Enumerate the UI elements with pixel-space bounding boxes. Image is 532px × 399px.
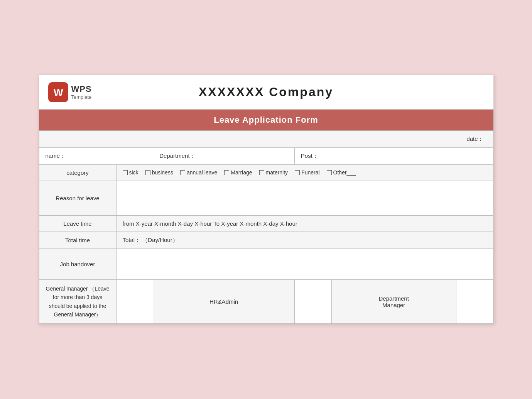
logo-text-block: WPS Template: [71, 84, 92, 100]
total-time-label-cell: Total time: [39, 232, 116, 249]
company-title: XXXXXXX Company: [125, 85, 407, 99]
sick-checkbox[interactable]: [123, 170, 128, 175]
leave-time-content: from X-year X-month X-day X-hour To X-ye…: [123, 220, 297, 227]
sick-label: sick: [129, 169, 138, 176]
other-label: Other___: [333, 169, 356, 176]
hr-admin-label: HR&Admin: [209, 298, 238, 305]
date-cell: date：: [39, 130, 493, 147]
hr-content-cell: [294, 279, 331, 324]
form-table: date： name： Department： Post： category: [39, 130, 493, 324]
total-time-content-cell: Total： （Day/Hour）: [116, 232, 493, 249]
marriage-checkbox[interactable]: [224, 170, 229, 175]
category-label-text: category: [66, 169, 89, 176]
dept-manager-label: DepartmentManager: [378, 295, 409, 308]
reason-content-cell[interactable]: [116, 181, 493, 215]
category-label-cell: category: [39, 164, 116, 181]
svg-text:W: W: [54, 87, 63, 98]
gm-approval-cell: [116, 279, 153, 324]
maternity-checkbox[interactable]: [259, 170, 264, 175]
total-time-content: Total： （Day/Hour）: [123, 237, 178, 243]
date-row: date：: [39, 130, 493, 147]
category-maternity[interactable]: maternity: [259, 169, 288, 176]
category-annual[interactable]: annual leave: [180, 169, 217, 176]
handover-content-cell[interactable]: [116, 249, 493, 279]
gm-label-cell: General manager （Leave for more than 3 d…: [39, 279, 116, 324]
dept-manager-cell: DepartmentManager: [331, 279, 456, 324]
category-funeral[interactable]: Funeral: [295, 169, 319, 176]
date-label: date：: [466, 135, 483, 142]
total-time-label-text: Total time: [65, 237, 90, 243]
category-options-cell: sick business annual leave Marriage: [116, 164, 493, 181]
category-business[interactable]: business: [145, 169, 173, 176]
department-label: Department：: [159, 152, 195, 159]
category-sick[interactable]: sick: [123, 169, 138, 176]
post-label: Post：: [301, 152, 318, 159]
funeral-checkbox[interactable]: [295, 170, 300, 175]
business-checkbox[interactable]: [145, 170, 150, 175]
doc-header: W WPS Template XXXXXXX Company: [39, 75, 493, 110]
name-label: name：: [46, 152, 66, 159]
hr-admin-cell: HR&Admin: [153, 279, 295, 324]
post-cell: Post：: [294, 147, 493, 164]
category-row: category sick business annual leave: [39, 164, 493, 181]
leave-time-label-text: Leave time: [63, 220, 91, 227]
other-checkbox[interactable]: [327, 170, 332, 175]
handover-row: Job handover: [39, 249, 493, 279]
name-cell: name：: [39, 147, 153, 164]
maternity-label: maternity: [266, 169, 288, 176]
approval-row: General manager （Leave for more than 3 d…: [39, 279, 493, 324]
leave-time-content-cell: from X-year X-month X-day X-hour To X-ye…: [116, 215, 493, 232]
marriage-label: Marriage: [231, 169, 252, 176]
handover-label-cell: Job handover: [39, 249, 116, 279]
logo-block: W WPS Template: [48, 82, 125, 102]
dept-content-cell: [456, 279, 493, 324]
category-marriage[interactable]: Marriage: [224, 169, 252, 176]
template-label: Template: [71, 94, 92, 100]
form-title-bar: Leave Application Form: [39, 110, 493, 130]
leave-time-label-cell: Leave time: [39, 215, 116, 232]
reason-row: Reason for leave: [39, 181, 493, 215]
funeral-label: Funeral: [301, 169, 319, 176]
annual-checkbox[interactable]: [180, 170, 185, 175]
form-title: Leave Application Form: [214, 115, 318, 125]
document-container: W WPS Template XXXXXXX Company Leave App…: [39, 75, 494, 325]
name-row: name： Department： Post：: [39, 147, 493, 164]
department-cell: Department：: [153, 147, 295, 164]
reason-label-text: Reason for leave: [56, 195, 99, 201]
total-time-row: Total time Total： （Day/Hour）: [39, 232, 493, 249]
category-options-container: sick business annual leave Marriage: [123, 169, 487, 176]
category-other[interactable]: Other___: [327, 169, 356, 176]
wps-logo-icon: W: [48, 82, 68, 102]
annual-label: annual leave: [187, 169, 217, 176]
reason-label-cell: Reason for leave: [39, 181, 116, 215]
handover-label-text: Job handover: [60, 261, 95, 267]
leave-time-row: Leave time from X-year X-month X-day X-h…: [39, 215, 493, 232]
business-label: business: [152, 169, 173, 176]
gm-label-text: General manager （Leave for more than 3 d…: [46, 286, 110, 318]
wps-label: WPS: [71, 84, 92, 94]
